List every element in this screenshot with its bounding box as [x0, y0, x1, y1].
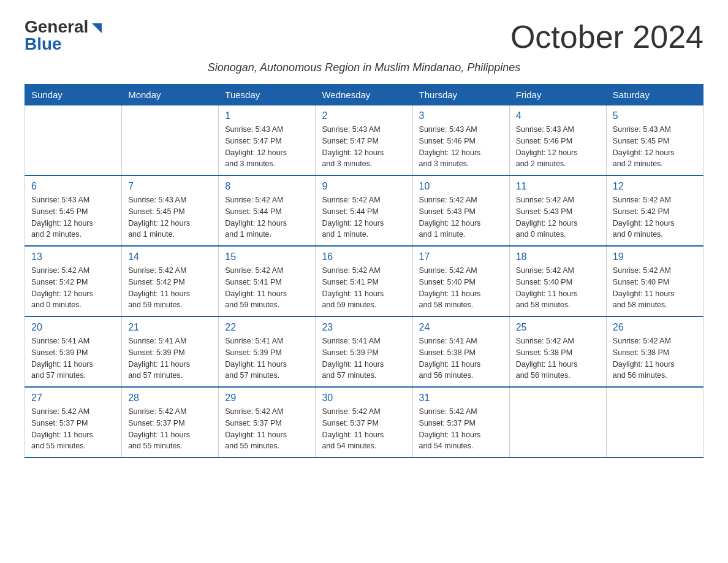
day-number: 28	[128, 393, 212, 404]
calendar-cell: 31Sunrise: 5:42 AM Sunset: 5:37 PM Dayli…	[412, 387, 509, 458]
day-info: Sunrise: 5:41 AM Sunset: 5:38 PM Dayligh…	[419, 335, 503, 381]
logo-triangle-icon	[89, 21, 103, 34]
day-info: Sunrise: 5:42 AM Sunset: 5:37 PM Dayligh…	[31, 406, 115, 452]
calendar-cell: 18Sunrise: 5:42 AM Sunset: 5:40 PM Dayli…	[509, 246, 606, 316]
day-number: 19	[613, 251, 697, 262]
day-number: 30	[322, 393, 406, 404]
calendar-cell: 13Sunrise: 5:42 AM Sunset: 5:42 PM Dayli…	[25, 246, 122, 316]
day-number: 23	[322, 322, 406, 333]
calendar-cell: 2Sunrise: 5:43 AM Sunset: 5:47 PM Daylig…	[316, 105, 412, 176]
day-info: Sunrise: 5:42 AM Sunset: 5:37 PM Dayligh…	[322, 406, 406, 452]
day-info: Sunrise: 5:42 AM Sunset: 5:44 PM Dayligh…	[225, 194, 309, 240]
day-number: 17	[419, 251, 503, 262]
day-number: 25	[516, 322, 600, 333]
calendar-week-row: 1Sunrise: 5:43 AM Sunset: 5:47 PM Daylig…	[25, 105, 703, 176]
header-day-wednesday: Wednesday	[316, 85, 412, 105]
calendar-cell: 7Sunrise: 5:43 AM Sunset: 5:45 PM Daylig…	[122, 175, 219, 246]
day-number: 9	[322, 181, 406, 192]
calendar-cell: 21Sunrise: 5:41 AM Sunset: 5:39 PM Dayli…	[122, 316, 219, 387]
calendar-cell: 11Sunrise: 5:42 AM Sunset: 5:43 PM Dayli…	[509, 175, 606, 246]
day-number: 12	[613, 181, 697, 192]
calendar-table: SundayMondayTuesdayWednesdayThursdayFrid…	[25, 84, 703, 458]
day-info: Sunrise: 5:41 AM Sunset: 5:39 PM Dayligh…	[128, 335, 212, 381]
day-number: 14	[128, 251, 212, 262]
day-info: Sunrise: 5:42 AM Sunset: 5:42 PM Dayligh…	[31, 265, 115, 311]
logo-blue-text: Blue	[25, 36, 62, 53]
day-number: 31	[419, 393, 503, 404]
header-day-tuesday: Tuesday	[219, 85, 316, 105]
day-info: Sunrise: 5:42 AM Sunset: 5:44 PM Dayligh…	[322, 194, 406, 240]
day-info: Sunrise: 5:43 AM Sunset: 5:45 PM Dayligh…	[613, 124, 697, 170]
header: General Blue October 2024	[25, 18, 703, 55]
month-title: October 2024	[510, 18, 703, 55]
day-number: 24	[419, 322, 503, 333]
day-number: 11	[516, 181, 600, 192]
day-number: 5	[613, 110, 697, 121]
calendar-cell: 4Sunrise: 5:43 AM Sunset: 5:46 PM Daylig…	[509, 105, 606, 176]
day-info: Sunrise: 5:43 AM Sunset: 5:47 PM Dayligh…	[322, 124, 406, 170]
calendar-cell	[25, 105, 122, 176]
day-number: 6	[31, 181, 115, 192]
day-number: 21	[128, 322, 212, 333]
calendar-cell: 17Sunrise: 5:42 AM Sunset: 5:40 PM Dayli…	[412, 246, 509, 316]
day-info: Sunrise: 5:43 AM Sunset: 5:45 PM Dayligh…	[31, 194, 115, 240]
header-day-thursday: Thursday	[412, 85, 509, 105]
day-info: Sunrise: 5:43 AM Sunset: 5:46 PM Dayligh…	[516, 124, 600, 170]
day-info: Sunrise: 5:42 AM Sunset: 5:40 PM Dayligh…	[419, 265, 503, 311]
day-info: Sunrise: 5:42 AM Sunset: 5:37 PM Dayligh…	[419, 406, 503, 452]
day-info: Sunrise: 5:42 AM Sunset: 5:43 PM Dayligh…	[419, 194, 503, 240]
day-number: 16	[322, 251, 406, 262]
calendar-week-row: 27Sunrise: 5:42 AM Sunset: 5:37 PM Dayli…	[25, 387, 703, 458]
day-number: 29	[225, 393, 309, 404]
calendar-week-row: 13Sunrise: 5:42 AM Sunset: 5:42 PM Dayli…	[25, 246, 703, 316]
calendar-cell: 20Sunrise: 5:41 AM Sunset: 5:39 PM Dayli…	[25, 316, 122, 387]
calendar-cell: 25Sunrise: 5:42 AM Sunset: 5:38 PM Dayli…	[509, 316, 606, 387]
day-number: 7	[128, 181, 212, 192]
day-info: Sunrise: 5:42 AM Sunset: 5:41 PM Dayligh…	[322, 265, 406, 311]
header-day-friday: Friday	[509, 85, 606, 105]
day-info: Sunrise: 5:43 AM Sunset: 5:47 PM Dayligh…	[225, 124, 309, 170]
calendar-cell: 24Sunrise: 5:41 AM Sunset: 5:38 PM Dayli…	[412, 316, 509, 387]
day-number: 2	[322, 110, 406, 121]
calendar-cell: 29Sunrise: 5:42 AM Sunset: 5:37 PM Dayli…	[219, 387, 316, 458]
day-info: Sunrise: 5:42 AM Sunset: 5:42 PM Dayligh…	[613, 194, 697, 240]
calendar-cell: 8Sunrise: 5:42 AM Sunset: 5:44 PM Daylig…	[219, 175, 316, 246]
calendar-cell: 14Sunrise: 5:42 AM Sunset: 5:42 PM Dayli…	[122, 246, 219, 316]
calendar-cell: 10Sunrise: 5:42 AM Sunset: 5:43 PM Dayli…	[412, 175, 509, 246]
calendar-cell: 16Sunrise: 5:42 AM Sunset: 5:41 PM Dayli…	[316, 246, 412, 316]
logo: General Blue	[25, 18, 103, 53]
calendar-cell: 27Sunrise: 5:42 AM Sunset: 5:37 PM Dayli…	[25, 387, 122, 458]
day-info: Sunrise: 5:43 AM Sunset: 5:46 PM Dayligh…	[419, 124, 503, 170]
calendar-cell: 15Sunrise: 5:42 AM Sunset: 5:41 PM Dayli…	[219, 246, 316, 316]
calendar-cell: 1Sunrise: 5:43 AM Sunset: 5:47 PM Daylig…	[219, 105, 316, 176]
calendar-cell: 5Sunrise: 5:43 AM Sunset: 5:45 PM Daylig…	[606, 105, 703, 176]
day-number: 27	[31, 393, 115, 404]
day-info: Sunrise: 5:42 AM Sunset: 5:37 PM Dayligh…	[128, 406, 212, 452]
day-info: Sunrise: 5:42 AM Sunset: 5:38 PM Dayligh…	[516, 335, 600, 381]
calendar-header-row: SundayMondayTuesdayWednesdayThursdayFrid…	[25, 85, 703, 105]
day-info: Sunrise: 5:42 AM Sunset: 5:38 PM Dayligh…	[613, 335, 697, 381]
day-info: Sunrise: 5:42 AM Sunset: 5:37 PM Dayligh…	[225, 406, 309, 452]
calendar-cell: 12Sunrise: 5:42 AM Sunset: 5:42 PM Dayli…	[606, 175, 703, 246]
day-number: 15	[225, 251, 309, 262]
day-number: 3	[419, 110, 503, 121]
calendar-week-row: 20Sunrise: 5:41 AM Sunset: 5:39 PM Dayli…	[25, 316, 703, 387]
calendar-cell	[122, 105, 219, 176]
calendar-cell: 3Sunrise: 5:43 AM Sunset: 5:46 PM Daylig…	[412, 105, 509, 176]
day-info: Sunrise: 5:42 AM Sunset: 5:42 PM Dayligh…	[128, 265, 212, 311]
calendar-cell: 9Sunrise: 5:42 AM Sunset: 5:44 PM Daylig…	[316, 175, 412, 246]
day-info: Sunrise: 5:43 AM Sunset: 5:45 PM Dayligh…	[128, 194, 212, 240]
day-number: 8	[225, 181, 309, 192]
calendar-cell: 23Sunrise: 5:41 AM Sunset: 5:39 PM Dayli…	[316, 316, 412, 387]
day-number: 10	[419, 181, 503, 192]
day-number: 22	[225, 322, 309, 333]
day-info: Sunrise: 5:42 AM Sunset: 5:40 PM Dayligh…	[613, 265, 697, 311]
day-number: 4	[516, 110, 600, 121]
subtitle: Sionogan, Autonomous Region in Muslim Mi…	[25, 61, 703, 74]
calendar-cell: 28Sunrise: 5:42 AM Sunset: 5:37 PM Dayli…	[122, 387, 219, 458]
calendar-week-row: 6Sunrise: 5:43 AM Sunset: 5:45 PM Daylig…	[25, 175, 703, 246]
day-number: 13	[31, 251, 115, 262]
calendar-cell	[606, 387, 703, 458]
header-day-monday: Monday	[122, 85, 219, 105]
logo-general-text: General	[25, 18, 88, 36]
